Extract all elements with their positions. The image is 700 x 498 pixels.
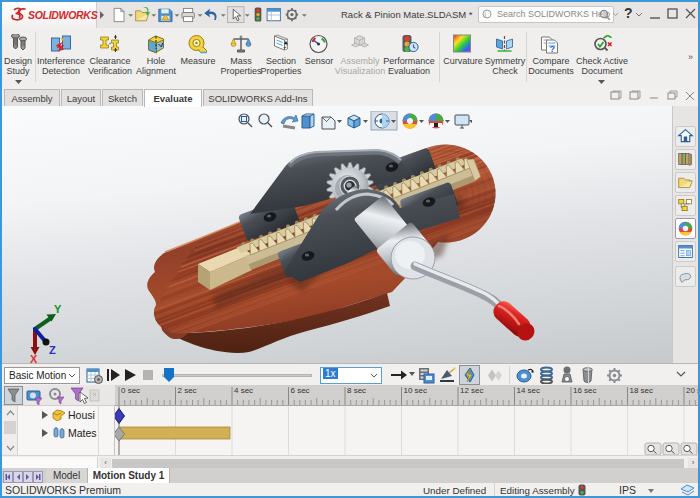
svg-text:X: X (30, 353, 38, 363)
svg-text:8 sec: 8 sec (347, 386, 366, 395)
svg-text:?: ? (550, 44, 556, 54)
svg-text:10 sec: 10 sec (404, 386, 428, 395)
svg-text:4 sec: 4 sec (234, 386, 253, 395)
svg-text:12 sec: 12 sec (460, 386, 484, 395)
svg-text:14 sec: 14 sec (517, 386, 541, 395)
svg-text:16 sec: 16 sec (573, 386, 597, 395)
svg-text:Y: Y (54, 303, 62, 315)
svg-text:i: i (485, 11, 487, 18)
svg-text:18 sec: 18 sec (630, 386, 654, 395)
svg-text:0 sec: 0 sec (121, 386, 140, 395)
svg-text:2 sec: 2 sec (178, 386, 197, 395)
svg-text:Z: Z (49, 344, 56, 356)
svg-text:6 sec: 6 sec (291, 386, 310, 395)
svg-text:SOLIDWORKS: SOLIDWORKS (28, 9, 98, 21)
svg-text:20 sec: 20 sec (686, 386, 698, 395)
